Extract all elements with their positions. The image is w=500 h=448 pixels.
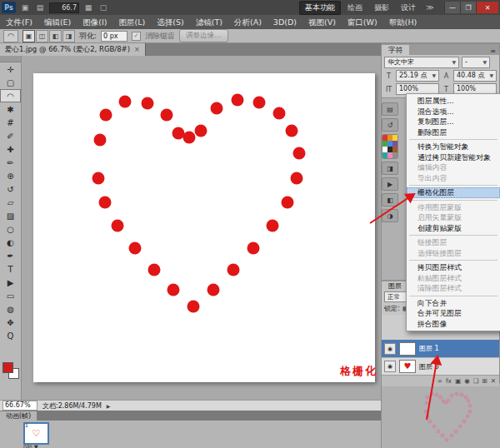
masks-panel-icon[interactable]: ◧ — [382, 193, 398, 207]
foreground-color-swatch[interactable] — [2, 362, 13, 373]
context-menu-item[interactable]: 转换为智能对象 — [407, 142, 500, 152]
shape-tool[interactable]: ▭ — [0, 289, 21, 302]
navigator-panel-icon[interactable]: ▤ — [382, 102, 398, 116]
arrange-documents-icon[interactable]: ▦ — [82, 2, 94, 13]
menubar-item[interactable]: 窗口(W) — [342, 15, 383, 29]
visibility-eye-icon[interactable]: ◉ — [384, 343, 396, 355]
context-menu-item[interactable]: 创建剪贴蒙版 — [407, 223, 500, 234]
tab-layers[interactable]: 图层 — [382, 281, 408, 291]
zoom-tool[interactable]: Q — [0, 329, 21, 342]
eraser-tool[interactable]: ▱ — [0, 196, 21, 209]
history-brush-tool[interactable]: ↺ — [0, 182, 21, 196]
link-layers-icon[interactable]: ∞ — [438, 377, 442, 385]
context-menu-item[interactable]: 合并可见图层 — [407, 308, 500, 319]
type-tool[interactable]: T — [0, 262, 21, 276]
status-zoom-input[interactable]: 66.67% — [2, 401, 38, 411]
context-menu-item[interactable]: 链接图层 — [407, 237, 500, 248]
context-menu-item[interactable]: 图层属性... — [407, 96, 500, 107]
brush-tool[interactable]: ✏ — [0, 156, 21, 169]
path-selection-tool[interactable]: ▶ — [0, 276, 21, 289]
delete-layer-icon[interactable]: ✕ — [491, 377, 496, 385]
document-tab[interactable]: 爱心1.jpg @ 66.7% (爱心2, RGB/8#) × — [0, 43, 146, 56]
layer-name[interactable]: 图层 1 — [419, 344, 439, 353]
leading-select[interactable]: 40.48 点▼ — [453, 70, 497, 82]
menubar-item[interactable]: 帮助(H) — [383, 15, 423, 29]
frame-delay-select[interactable]: 0秒 ▼ — [23, 444, 38, 448]
workspace-button[interactable]: 基本功能 — [299, 1, 341, 15]
font-family-select[interactable]: 华文中宋▼ — [384, 57, 459, 68]
crop-tool[interactable]: # — [0, 116, 21, 129]
toolbar-grip[interactable] — [0, 56, 21, 62]
document-canvas[interactable] — [33, 73, 375, 382]
selection-mode-icon[interactable]: ◨ — [62, 30, 75, 42]
workspace-button[interactable]: 设计 — [396, 2, 421, 14]
refine-edge-button[interactable]: 调整边缘… — [179, 29, 228, 42]
blur-tool[interactable]: ○ — [0, 222, 21, 236]
layer-thumbnail[interactable] — [399, 342, 416, 356]
context-menu-item[interactable]: 启用矢量蒙版 — [407, 212, 500, 223]
context-menu-item[interactable]: 导出内容 — [407, 173, 500, 184]
context-menu-item[interactable]: 拼合图像 — [407, 319, 500, 330]
layer-thumbnail[interactable]: ♥ — [399, 360, 416, 373]
gradient-tool[interactable]: ▨ — [0, 209, 21, 222]
zoom-level-field[interactable]: 66.7 — [49, 2, 79, 13]
launch-bridge-icon[interactable]: ▣ — [19, 2, 31, 13]
adjustments-panel-icon[interactable]: ◑ — [382, 209, 398, 222]
workspace-button[interactable]: 摄影 — [369, 2, 394, 14]
close-button[interactable]: ✕ — [476, 2, 498, 13]
context-menu-item[interactable]: 拷贝图层样式 — [407, 262, 500, 273]
menubar-item[interactable]: 选择(S) — [151, 15, 189, 29]
menubar-item[interactable]: 编辑(E) — [38, 15, 77, 29]
menubar-item[interactable]: 分析(A) — [228, 15, 268, 29]
panel-menu-icon[interactable]: ≡ — [487, 47, 499, 55]
view-extras-icon[interactable]: ▤ — [34, 2, 46, 13]
context-menu-item[interactable]: 停用图层蒙版 — [407, 202, 500, 213]
dodge-tool[interactable]: ◐ — [0, 236, 21, 249]
clone-stamp-tool[interactable]: ⊕ — [0, 169, 21, 182]
new-adjustment-layer-icon[interactable]: ◉ — [464, 377, 470, 385]
move-tool[interactable]: ✛ — [0, 62, 21, 76]
context-menu-item[interactable]: 向下合并 — [407, 298, 500, 309]
workspace-button[interactable]: 绘画 — [342, 2, 368, 14]
new-group-icon[interactable]: ❑ — [473, 377, 479, 385]
actions-panel-icon[interactable]: ▶ — [382, 177, 398, 191]
pen-tool[interactable]: ✒ — [0, 249, 21, 262]
new-layer-icon[interactable]: ⊞ — [482, 377, 487, 385]
font-size-select[interactable]: 25.19 点▼ — [396, 70, 439, 82]
menubar-item[interactable]: 图像(I) — [77, 15, 112, 29]
visibility-eye-icon[interactable]: ◉ — [384, 361, 396, 372]
layer-row[interactable]: ◉ ♥ 图层 0 — [382, 357, 499, 375]
restore-button[interactable]: ❐ — [460, 2, 476, 13]
eyedropper-tool[interactable]: ✐ — [0, 129, 21, 142]
selection-mode-icon[interactable]: ◫ — [36, 30, 48, 42]
menubar-item[interactable]: 视图(V) — [302, 15, 342, 29]
layer-name[interactable]: 图层 0 — [419, 362, 439, 371]
minimize-button[interactable]: — — [444, 2, 460, 13]
3d-rotate-tool[interactable]: ◍ — [0, 302, 21, 316]
healing-brush-tool[interactable]: ✚ — [0, 142, 21, 156]
add-layer-mask-icon[interactable]: ▣ — [455, 377, 461, 385]
context-menu-item[interactable]: 复制图层... — [407, 117, 500, 127]
context-menu-item[interactable]: 选择链接图层 — [407, 248, 500, 259]
feather-input[interactable]: 0 px — [101, 31, 128, 42]
styles-panel-icon[interactable]: ◨ — [382, 162, 398, 175]
swatches-panel-icon[interactable] — [382, 134, 398, 159]
layer-row-selected[interactable]: ◉ 图层 1 — [382, 340, 499, 357]
context-menu-item[interactable]: 栅格化图层 — [407, 187, 500, 198]
menubar-item[interactable]: 3D(D) — [268, 15, 302, 29]
antialias-checkbox[interactable]: ✓ — [132, 32, 141, 41]
tab-close-icon[interactable]: × — [134, 46, 140, 53]
selection-mode-icon[interactable]: ▣ — [22, 30, 35, 42]
context-menu-item[interactable]: 混合选项... — [407, 107, 500, 117]
menubar-item[interactable]: 文件(F) — [0, 15, 38, 29]
marquee-tool[interactable]: ▢ — [0, 76, 21, 89]
history-panel-icon[interactable]: ↺ — [382, 118, 398, 132]
tab-animation[interactable]: 动画(帧) — [0, 411, 37, 421]
tab-character[interactable]: 字符 — [382, 45, 409, 55]
active-tool-icon[interactable]: ◠ — [3, 30, 18, 42]
font-style-select[interactable]: -▼ — [462, 57, 490, 68]
context-menu-item[interactable]: 清除图层样式 — [407, 283, 500, 294]
quick-selection-tool[interactable]: ✱ — [0, 102, 21, 116]
hand-tool[interactable]: ✥ — [0, 316, 21, 329]
selection-mode-icon[interactable]: ◧ — [49, 30, 62, 42]
